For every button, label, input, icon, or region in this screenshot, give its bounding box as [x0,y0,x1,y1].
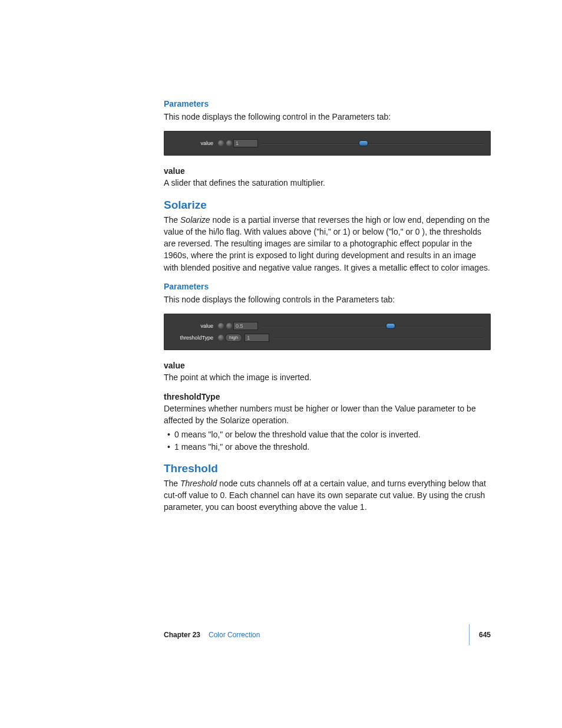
param-desc-threshold: Determines whether numbers must be highe… [164,403,491,427]
param-desc-value-1: A slider that defines the saturation mul… [164,177,491,189]
solarize-heading: Solarize [164,199,491,212]
slider-thumb[interactable] [359,140,368,146]
list-item: 0 means "lo," or below the threshold val… [167,429,491,440]
parameters-intro-2: This node displays the following control… [164,294,491,305]
page-footer: Chapter 23 Color Correction 645 [164,624,491,645]
page: Parameters This node displays the follow… [0,0,562,728]
param-name-threshold: thresholdType [164,392,491,401]
footer-divider [469,624,470,645]
expression-icon[interactable] [226,140,232,146]
param-name-value-2: value [164,361,491,370]
chapter-title: Color Correction [209,631,260,639]
panel-label-threshold: thresholdType [171,335,217,341]
value-slider[interactable] [262,140,484,147]
panel-label-value: value [171,140,217,146]
panel-row-value: value 1 [171,138,484,149]
panel-label-sol-value: value [171,323,217,329]
threshold-tag[interactable]: high [225,334,242,342]
value-panel: value 1 [164,131,491,156]
parameters-heading-2: Parameters [164,282,491,291]
slider-thumb[interactable] [386,323,395,329]
parameters-heading-1: Parameters [164,99,491,108]
value-input[interactable]: 1 [233,139,258,147]
threshold-body: The Threshold node cuts channels off at … [164,477,491,513]
param-name-value-1: value [164,166,491,176]
solarize-panel: value 0.5 thresholdType high 1 [164,314,491,350]
keyframe-icon[interactable] [218,140,224,146]
threshold-bullets: 0 means "lo," or below the threshold val… [167,429,491,453]
list-item: 1 means "hi," or above the threshold. [167,441,491,453]
page-number: 645 [479,631,491,639]
panel-row-sol-value: value 0.5 [171,321,484,331]
panel-row-threshold: thresholdType high 1 [171,332,484,343]
keyframe-icon[interactable] [218,323,224,329]
threshold-slider[interactable] [273,334,484,341]
threshold-input[interactable]: 1 [244,334,269,342]
sol-value-input[interactable]: 0.5 [233,322,258,330]
solarize-body: The Solarize node is a partial inverse t… [164,214,491,274]
parameters-intro-1: This node displays the following control… [164,111,491,123]
param-desc-value-2: The point at which the image is inverted… [164,371,491,383]
expression-icon[interactable] [226,323,232,329]
sol-value-slider[interactable] [262,322,484,330]
threshold-heading: Threshold [164,462,491,475]
keyframe-icon[interactable] [218,335,224,341]
content-column: Parameters This node displays the follow… [164,99,491,513]
chapter-label: Chapter 23 [164,631,200,639]
